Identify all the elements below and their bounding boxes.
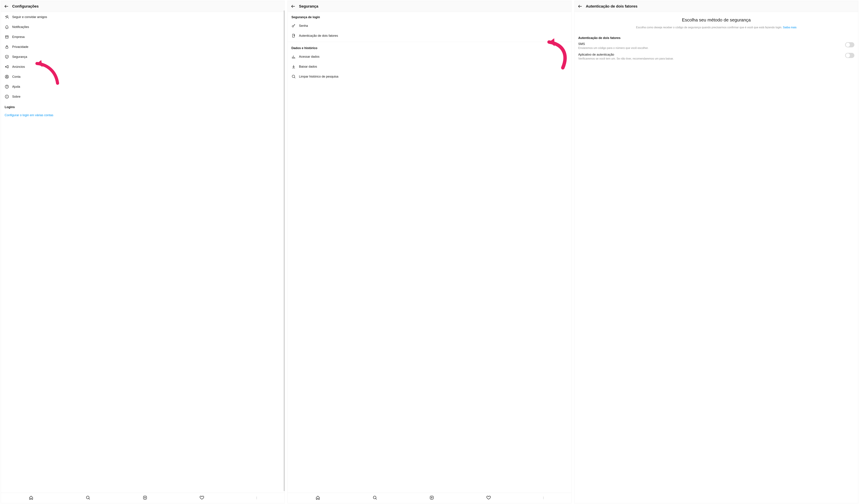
back-arrow-icon[interactable] [4, 4, 9, 9]
section-data-history: Dados e histórico [288, 43, 571, 52]
sms-toggle[interactable] [845, 42, 854, 47]
bottom-nav [1, 493, 285, 503]
two-factor-option-auth-app: Aplicativo de autenticação Verificaremos… [578, 53, 854, 61]
item-label: Sobre [12, 95, 20, 98]
item-label: Empresa [12, 35, 25, 39]
search-icon [291, 74, 296, 79]
header: Segurança [288, 1, 571, 12]
help-icon [5, 84, 9, 89]
megaphone-icon [5, 64, 9, 69]
security-item-clear-search[interactable]: Limpar histórico de pesquisa [288, 72, 571, 81]
bar-chart-icon [291, 54, 296, 59]
option-description: Enviaremos um código para o número que v… [578, 46, 842, 50]
page-title: Configurações [12, 4, 39, 9]
item-label: Acessar dados [299, 55, 319, 59]
nav-activity-icon[interactable] [199, 495, 204, 501]
item-label: Notificações [12, 25, 29, 29]
section-login-security: Segurança de login [288, 12, 571, 21]
screen-two-factor: Autenticação de dois fatores Escolha seu… [574, 1, 858, 503]
bottom-nav [288, 493, 571, 503]
svg-point-13 [373, 496, 376, 499]
logins-heading: Logins [1, 101, 285, 110]
item-label: Limpar histórico de pesquisa [299, 75, 338, 78]
phone-shield-icon [291, 33, 296, 38]
svg-point-0 [6, 15, 8, 17]
nav-search-icon[interactable] [86, 495, 90, 501]
nav-profile-avatar[interactable] [256, 497, 257, 500]
item-label: Conta [12, 75, 20, 79]
svg-point-10 [292, 26, 294, 27]
nav-new-post-icon[interactable] [142, 495, 147, 501]
header: Autenticação de dois fatores [574, 1, 858, 12]
security-item-password[interactable]: Senha [288, 21, 571, 31]
settings-item-account[interactable]: Conta [1, 72, 285, 82]
two-factor-description-text: Escolha como deseja receber o código de … [636, 26, 782, 29]
settings-item-about[interactable]: Sobre [1, 92, 285, 101]
nav-home-icon[interactable] [315, 495, 320, 501]
security-item-two-factor[interactable]: Autenticação de dois fatores [288, 31, 571, 41]
nav-profile-avatar[interactable] [543, 497, 544, 500]
item-label: Autenticação de dois fatores [299, 34, 338, 37]
page-title: Autenticação de dois fatores [586, 4, 637, 9]
option-title: Aplicativo de autenticação [578, 53, 842, 57]
multi-account-login-link[interactable]: Configurar o login em várias contas [1, 110, 285, 117]
settings-list: Seguir e convidar amigos Notificações Em… [1, 12, 285, 493]
screen-settings: Configurações Seguir e convidar amigos N… [1, 1, 285, 503]
add-person-icon [5, 15, 9, 19]
security-item-download-data[interactable]: Baixar dados [288, 62, 571, 72]
nav-activity-icon[interactable] [486, 495, 491, 501]
svg-point-12 [292, 75, 295, 78]
svg-point-8 [87, 496, 89, 499]
svg-point-3 [6, 76, 7, 77]
storefront-icon [5, 35, 9, 39]
page-title: Segurança [299, 4, 318, 9]
item-label: Ajuda [12, 85, 20, 89]
nav-home-icon[interactable] [29, 495, 33, 501]
download-icon [291, 64, 296, 69]
two-factor-description: Escolha como deseja receber o código de … [578, 26, 854, 29]
learn-more-link[interactable]: Saiba mais [783, 26, 797, 29]
settings-item-notifications[interactable]: Notificações [1, 22, 285, 32]
two-factor-headline: Escolha seu método de segurança [578, 17, 854, 23]
settings-item-follow-invite[interactable]: Seguir e convidar amigos [1, 12, 285, 22]
settings-item-privacy[interactable]: Privacidade [1, 42, 285, 52]
item-label: Seguir e convidar amigos [12, 15, 47, 19]
key-icon [291, 23, 296, 28]
back-arrow-icon[interactable] [291, 4, 296, 9]
security-list: Segurança de login Senha Autenticação de… [288, 12, 571, 493]
info-icon [5, 94, 9, 99]
shield-check-icon [5, 54, 9, 59]
header: Configurações [1, 1, 285, 12]
two-factor-body: Escolha seu método de segurança Escolha … [574, 12, 858, 503]
user-circle-icon [5, 75, 9, 79]
bell-icon [5, 25, 9, 29]
item-label: Privacidade [12, 45, 28, 49]
divider [288, 42, 571, 42]
item-label: Baixar dados [299, 65, 317, 68]
item-label: Anúncios [12, 65, 25, 69]
option-title: SMS [578, 42, 842, 46]
item-label: Senha [299, 24, 308, 28]
scrollbar-indicator[interactable] [284, 11, 285, 491]
two-factor-subheading: Autenticação de dois fatores [578, 36, 854, 40]
svg-rect-1 [6, 47, 8, 48]
screen-security: Segurança Segurança de login Senha Auten… [287, 1, 571, 503]
item-label: Segurança [12, 55, 27, 59]
settings-item-help[interactable]: Ajuda [1, 82, 285, 92]
settings-item-ads[interactable]: Anúncios [1, 62, 285, 72]
auth-app-toggle[interactable] [845, 53, 854, 58]
option-description: Verificaremos se você tem um. Se não tiv… [578, 57, 842, 61]
two-factor-option-sms: SMS Enviaremos um código para o número q… [578, 42, 854, 50]
lock-icon [5, 45, 9, 49]
nav-new-post-icon[interactable] [429, 495, 434, 501]
back-arrow-icon[interactable] [577, 4, 583, 9]
nav-search-icon[interactable] [373, 495, 377, 501]
settings-item-security[interactable]: Segurança [1, 52, 285, 62]
settings-item-business[interactable]: Empresa [1, 32, 285, 42]
security-item-access-data[interactable]: Acessar dados [288, 52, 571, 62]
